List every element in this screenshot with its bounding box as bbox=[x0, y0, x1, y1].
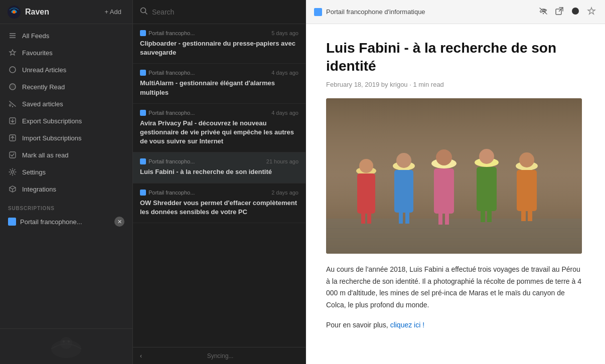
add-button[interactable]: + Add bbox=[100, 6, 125, 18]
article-meta: Portail francopho... 4 days ago bbox=[140, 110, 298, 116]
svg-point-1 bbox=[13, 11, 16, 14]
article-card[interactable]: Portail francopho... 2 days ago OW Shred… bbox=[133, 184, 306, 223]
svg-point-5 bbox=[10, 67, 16, 73]
article-card[interactable]: Portail francopho... 5 days ago Clipboar… bbox=[133, 24, 306, 64]
search-input[interactable] bbox=[152, 8, 298, 16]
article-source: Portail francopho... bbox=[140, 158, 195, 164]
svg-rect-29 bbox=[394, 170, 413, 213]
gear-icon bbox=[8, 167, 17, 176]
article-meta: Portail francopho... 2 days ago bbox=[140, 190, 298, 196]
svg-point-15 bbox=[68, 340, 70, 342]
sidebar-item-settings[interactable]: Settings bbox=[0, 163, 132, 180]
article-list-scroll[interactable]: Portail francopho... 5 days ago Clipboar… bbox=[133, 24, 306, 347]
article-meta: Portail francopho... 21 hours ago bbox=[140, 158, 298, 164]
source-name: Portail francopho... bbox=[148, 190, 195, 196]
source-icon bbox=[140, 30, 146, 36]
article-heading: Luis Fabini - à la recherche de son iden… bbox=[326, 39, 585, 76]
svg-point-40 bbox=[479, 149, 494, 164]
svg-rect-27 bbox=[367, 214, 371, 224]
search-bar bbox=[133, 0, 306, 24]
article-source: Portail francopho... bbox=[140, 30, 195, 36]
svg-rect-24 bbox=[357, 173, 375, 214]
subscription-item-portail[interactable]: Portail francophone... ✕ bbox=[0, 213, 132, 230]
article-card[interactable]: Portail francopho... 4 days ago Avira Pr… bbox=[133, 104, 306, 153]
list-footer: ‹ Syncing... bbox=[133, 347, 306, 364]
svg-point-45 bbox=[519, 152, 534, 167]
article-time: 2 days ago bbox=[271, 190, 298, 196]
sidebar-item-unread[interactable]: Unread Articles bbox=[0, 61, 132, 78]
svg-rect-39 bbox=[477, 167, 497, 211]
article-title: Clipboarder - gestionnaire du presse-pap… bbox=[140, 39, 298, 57]
article-image-bg bbox=[326, 98, 582, 254]
sidebar-item-import[interactable]: Import Subscriptions bbox=[0, 129, 132, 146]
box-icon bbox=[8, 185, 17, 194]
sync-label: Syncing... bbox=[207, 352, 234, 359]
svg-rect-10 bbox=[10, 152, 16, 158]
article-byline: February 18, 2019 by krigou · 1 min read bbox=[326, 81, 585, 88]
export-icon bbox=[8, 116, 17, 125]
article-source: Portail francopho... bbox=[140, 190, 195, 196]
search-icon bbox=[140, 7, 148, 17]
svg-rect-34 bbox=[434, 168, 454, 214]
sidebar-item-label: Settings bbox=[22, 168, 124, 176]
subscription-icon bbox=[8, 218, 16, 226]
circle-empty-icon bbox=[8, 65, 17, 74]
svg-point-14 bbox=[63, 340, 65, 342]
svg-rect-41 bbox=[481, 211, 485, 222]
subscriptions-label: SUBSCRIPTIONS bbox=[0, 201, 132, 213]
sidebar-item-integrations[interactable]: Integrations bbox=[0, 180, 132, 198]
source-name: Portail francopho... bbox=[148, 70, 195, 76]
svg-rect-32 bbox=[405, 213, 409, 224]
article-title: Avira Privacy Pal - découvrez le nouveau… bbox=[140, 119, 298, 146]
source-name: Portail francopho... bbox=[148, 110, 195, 116]
svg-point-19 bbox=[572, 8, 579, 15]
mark-read-button[interactable] bbox=[570, 6, 581, 19]
sidebar-header: Raven + Add bbox=[0, 0, 132, 24]
sidebar-item-export[interactable]: Export Subscriptions bbox=[0, 112, 132, 129]
svg-point-6 bbox=[10, 84, 16, 90]
sidebar-item-label: All Feeds bbox=[22, 32, 124, 40]
svg-point-11 bbox=[12, 171, 14, 173]
article-title: MultiAlarm - gestionnaire élégant d'alar… bbox=[140, 79, 298, 97]
svg-point-35 bbox=[436, 149, 452, 165]
sidebar-item-recently-read[interactable]: Recently Read bbox=[0, 78, 132, 95]
svg-rect-37 bbox=[445, 214, 449, 225]
sidebar-item-mark-read[interactable]: Mark all as read bbox=[0, 146, 132, 163]
viewer-content[interactable]: Luis Fabini - à la recherche de son iden… bbox=[306, 24, 605, 364]
article-image bbox=[326, 98, 582, 254]
svg-rect-31 bbox=[399, 213, 403, 224]
sidebar-item-saved[interactable]: Saved articles bbox=[0, 95, 132, 112]
sidebar-item-favourites[interactable]: Favourites bbox=[0, 44, 132, 61]
svg-point-25 bbox=[359, 159, 373, 173]
svg-rect-46 bbox=[521, 211, 526, 221]
body-paragraph-1: Au cours de l'année 2018, Luis Fabini a … bbox=[326, 264, 585, 311]
source-icon bbox=[140, 158, 146, 164]
chevron-left-icon[interactable]: ‹ bbox=[140, 352, 142, 359]
article-card[interactable]: Portail francopho... 21 hours ago Luis F… bbox=[133, 152, 306, 183]
article-time: 4 days ago bbox=[271, 110, 298, 116]
article-time: 4 days ago bbox=[271, 70, 298, 76]
article-source: Portail francopho... bbox=[140, 70, 195, 76]
source-icon bbox=[140, 110, 146, 116]
svg-rect-26 bbox=[361, 214, 365, 224]
feed-icon bbox=[314, 8, 322, 16]
article-link[interactable]: cliquez ici ! bbox=[390, 321, 424, 329]
sidebar-item-all-feeds[interactable]: All Feeds bbox=[0, 27, 132, 44]
sidebar-bottom bbox=[0, 328, 132, 364]
svg-point-17 bbox=[543, 13, 544, 14]
import-icon bbox=[8, 133, 17, 142]
sidebar-item-label: Favourites bbox=[22, 49, 124, 57]
body-paragraph-2: Pour en savoir plus, cliquez ici ! bbox=[326, 319, 585, 331]
subscription-remove-button[interactable]: ✕ bbox=[114, 217, 124, 227]
external-link-button[interactable] bbox=[554, 6, 565, 19]
article-title: Luis Fabini - à la recherche de son iden… bbox=[140, 167, 298, 176]
wifi-off-button[interactable] bbox=[538, 6, 549, 19]
svg-rect-36 bbox=[438, 214, 442, 225]
article-card[interactable]: Portail francopho... 4 days ago MultiAla… bbox=[133, 64, 306, 103]
svg-rect-42 bbox=[487, 211, 492, 222]
svg-rect-44 bbox=[517, 170, 537, 211]
feed-title: Portail francophone d'informatique bbox=[326, 8, 534, 16]
article-viewer: Portail francophone d'informatique bbox=[306, 0, 605, 364]
article-title: OW Shredder vous permet d'effacer complè… bbox=[140, 199, 298, 217]
favourite-button[interactable] bbox=[586, 6, 597, 19]
